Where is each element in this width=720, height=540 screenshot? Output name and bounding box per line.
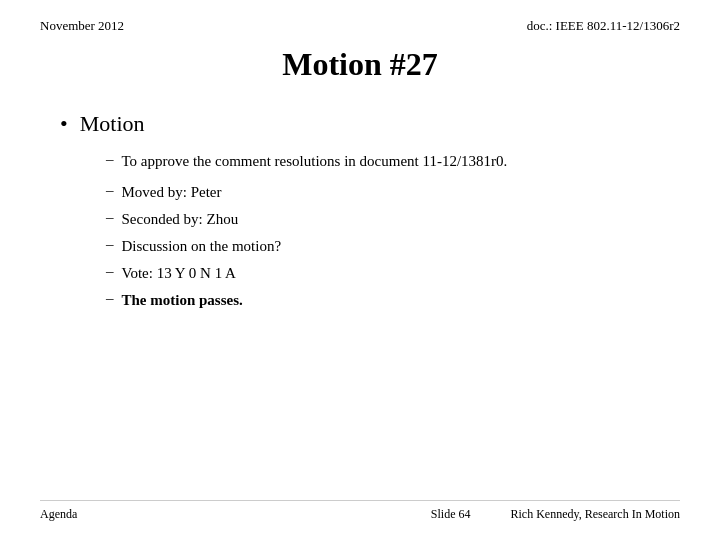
subitem-passes: – The motion passes. (106, 290, 680, 311)
dash-approve: – (106, 151, 114, 168)
main-bullet: • Motion (60, 111, 680, 137)
dash-passes: – (106, 290, 114, 307)
bullet-label: Motion (80, 111, 145, 137)
subitem-seconded: – Seconded by: Zhou (106, 209, 680, 230)
text-moved: Moved by: Peter (122, 182, 222, 203)
subitem-vote: – Vote: 13 Y 0 N 1 A (106, 263, 680, 284)
text-passes: The motion passes. (122, 290, 243, 311)
footer: Agenda Slide 64 Rich Kennedy, Research I… (40, 500, 680, 522)
header: November 2012 doc.: IEEE 802.11-12/1306r… (40, 18, 680, 34)
footer-slide-number: Slide 64 (431, 507, 471, 522)
subitem-discussion: – Discussion on the motion? (106, 236, 680, 257)
text-approve: To approve the comment resolutions in do… (122, 151, 508, 172)
footer-author: Rich Kennedy, Research In Motion (510, 507, 680, 522)
dash-moved: – (106, 182, 114, 199)
dash-discussion: – (106, 236, 114, 253)
bullet-symbol: • (60, 111, 68, 137)
title-section: Motion #27 (40, 46, 680, 83)
sub-items-list: – To approve the comment resolutions in … (60, 151, 680, 311)
content-section: • Motion – To approve the comment resolu… (40, 111, 680, 500)
dash-seconded: – (106, 209, 114, 226)
text-seconded: Seconded by: Zhou (122, 209, 239, 230)
slide: November 2012 doc.: IEEE 802.11-12/1306r… (0, 0, 720, 540)
text-discussion: Discussion on the motion? (122, 236, 282, 257)
slide-title: Motion #27 (282, 46, 438, 82)
footer-agenda: Agenda (40, 507, 77, 522)
text-vote: Vote: 13 Y 0 N 1 A (122, 263, 236, 284)
header-doc: doc.: IEEE 802.11-12/1306r2 (527, 18, 680, 34)
footer-right-group: Slide 64 Rich Kennedy, Research In Motio… (431, 507, 680, 522)
dash-vote: – (106, 263, 114, 280)
header-date: November 2012 (40, 18, 124, 34)
subitem-moved: – Moved by: Peter (106, 182, 680, 203)
subitem-approve: – To approve the comment resolutions in … (106, 151, 680, 172)
